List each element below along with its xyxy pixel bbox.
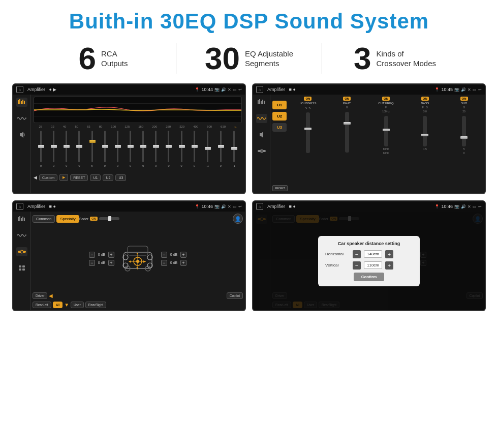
nav-down-arrow[interactable]: ▼ (64, 302, 69, 308)
custom-btn[interactable]: Custom (39, 174, 57, 181)
db2-plus[interactable]: + (108, 260, 114, 266)
reset-btn[interactable]: RESET (70, 174, 88, 181)
rearright-btn[interactable]: RearRight (85, 302, 106, 308)
play-btn[interactable]: ▶ (59, 174, 68, 181)
slider-50[interactable]: 0 (78, 131, 80, 171)
crossover-screen: ⌂ Amplifier ■ ● 📍 10:45 📷 🔊 ✕ ▭ ↩ (252, 83, 486, 194)
tab-common[interactable]: Common (33, 215, 55, 223)
db1-minus[interactable]: − (89, 252, 95, 258)
u2-btn[interactable]: U2 (103, 174, 113, 181)
volume-icon: 🔊 (221, 87, 226, 92)
xover-reset-btn[interactable]: RESET (272, 185, 288, 191)
preset-u2[interactable]: U2 (272, 112, 287, 121)
svg-point-39 (136, 260, 139, 263)
db2-minus[interactable]: − (89, 260, 95, 266)
slider-100[interactable]: 0 (117, 131, 118, 171)
dist-status-bar: ⌂ Amplifier ■ ● 📍 10:46 📷 🔊 ✕ ▭ ↩ (253, 201, 485, 212)
slider-200[interactable]: 0 (155, 131, 157, 171)
sp-pan-icon[interactable] (16, 247, 27, 256)
slider-400[interactable]: 0 (194, 131, 195, 171)
slider-last[interactable]: -1 (233, 131, 235, 171)
sp-close-icon: ✕ (228, 204, 231, 209)
dist-screen-title: Amplifier ■ ● (267, 204, 432, 209)
rearleft-btn[interactable]: RearLeft (33, 302, 51, 308)
svg-rect-2 (21, 101, 22, 104)
vertical-minus[interactable]: − (353, 261, 361, 270)
xover-time: 10:45 (441, 87, 453, 92)
slider-80[interactable]: 0 (104, 131, 106, 171)
slider-320[interactable]: 0 (181, 131, 182, 171)
svg-text:◀: ◀ (129, 260, 131, 263)
phat-on[interactable]: ON (343, 97, 351, 101)
db4-minus[interactable]: − (161, 260, 167, 266)
xover-pan-icon[interactable] (256, 146, 267, 156)
user-btn[interactable]: User (71, 302, 84, 308)
db3-plus[interactable]: + (180, 252, 186, 258)
cutfreq-slider[interactable] (384, 116, 388, 146)
bass-on[interactable]: ON (421, 97, 429, 101)
vertical-plus[interactable]: + (385, 261, 393, 270)
u3-btn[interactable]: U3 (115, 174, 126, 181)
eq-icon[interactable] (16, 98, 27, 107)
driver-btn[interactable]: Driver (33, 292, 47, 299)
sp-bottom-row: Driver ◀ Copilot (33, 292, 243, 299)
prev-arrow[interactable]: ◀ (34, 175, 37, 180)
slider-160[interactable]: 0 (142, 131, 144, 171)
dist-home-icon[interactable]: ⌂ (256, 203, 263, 210)
dist-location-icon: 📍 (434, 204, 440, 209)
sp-wave-icon[interactable] (16, 231, 27, 240)
slider-125[interactable]: 0 (130, 131, 131, 171)
db1-plus[interactable]: + (108, 252, 114, 258)
svg-rect-3 (22, 100, 23, 104)
tab-specialty[interactable]: Specialty (56, 215, 79, 223)
sp-home-icon[interactable]: ⌂ (16, 203, 23, 210)
sp-db-row-3: − 0 dB + (161, 252, 186, 258)
slider-40[interactable]: 0 (66, 131, 67, 171)
horizontal-minus[interactable]: − (353, 250, 361, 258)
loudness-slider[interactable] (306, 112, 310, 153)
loudness-on[interactable]: ON (304, 97, 312, 101)
avatar-icon[interactable]: 👤 (233, 214, 243, 224)
preset-u1[interactable]: U1 (272, 101, 287, 109)
page-title: Buith-in 30EQ DSP Sound System (10, 9, 488, 34)
horizontal-plus[interactable]: + (385, 250, 393, 258)
home-icon[interactable]: ⌂ (16, 86, 23, 93)
sp-volume-icon: 🔊 (221, 204, 226, 209)
cutfreq-on[interactable]: ON (382, 97, 390, 101)
sp-expand-icon[interactable] (16, 263, 27, 273)
slider-32[interactable]: 0 (53, 131, 54, 171)
slider-25[interactable]: 0 (40, 131, 42, 171)
svg-rect-9 (258, 100, 259, 104)
xover-screen-title: Amplifier ■ ● (267, 87, 432, 92)
fader-slider[interactable] (99, 217, 119, 220)
sp-db-row-2: − 0 dB + (89, 260, 114, 266)
u1-btn[interactable]: U1 (90, 174, 101, 181)
nav-left-arrow[interactable]: ◀ (49, 293, 53, 298)
sub-slider[interactable] (462, 116, 466, 146)
slider-63[interactable]: 5 (91, 131, 93, 171)
preset-u3[interactable]: U3 (272, 123, 287, 132)
volume-ctrl-icon[interactable] (16, 130, 27, 139)
slider-500[interactable]: -1 (206, 131, 209, 171)
svg-rect-27 (22, 268, 25, 271)
phat-slider[interactable] (345, 112, 349, 153)
copilot-btn[interactable]: Copilot (227, 292, 243, 299)
all-btn[interactable]: All (53, 302, 63, 308)
slider-630[interactable]: 0 (220, 131, 222, 171)
confirm-button[interactable]: Confirm (354, 273, 384, 281)
db4-plus[interactable]: + (180, 260, 186, 266)
xover-volume-icon-s[interactable] (256, 130, 267, 139)
sp-screen-content: Common Specialty Fader ON 👤 (13, 212, 245, 310)
sp-eq-icon[interactable] (16, 215, 27, 224)
xover-eq-icon[interactable] (256, 98, 267, 107)
db3-minus[interactable]: − (161, 252, 167, 258)
fader-on-badge[interactable]: ON (90, 217, 98, 221)
bass-slider[interactable] (423, 116, 427, 146)
slider-250[interactable]: 0 (168, 131, 169, 171)
wave-icon[interactable] (16, 114, 27, 123)
xover-home-icon[interactable]: ⌂ (256, 86, 263, 93)
dist-minimize-icon: ▭ (473, 204, 477, 209)
xover-wave-icon[interactable] (256, 114, 267, 123)
sub-on[interactable]: ON (460, 97, 468, 101)
sp-time: 10:46 (201, 204, 213, 209)
